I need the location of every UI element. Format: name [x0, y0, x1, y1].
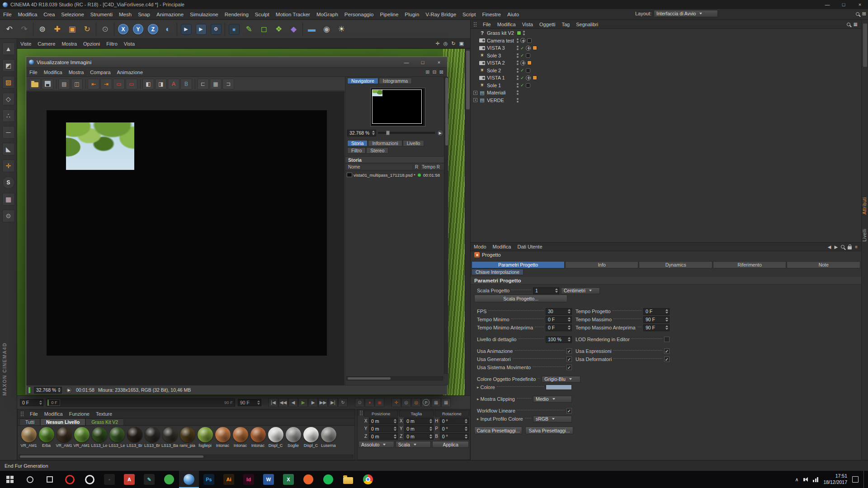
viewport-scrollbar[interactable] — [465, 49, 470, 395]
play-button[interactable]: ▶ — [298, 398, 308, 407]
left-tool-snap-button[interactable]: S — [2, 176, 15, 189]
menu-texture[interactable]: Texture — [93, 408, 115, 419]
taskbar-firefox-button[interactable] — [298, 471, 318, 488]
carica-presettaggi-button[interactable]: Carica Presettaggi... — [474, 427, 522, 434]
menu-snap[interactable]: Snap — [135, 9, 153, 20]
toolbar-add-camera-button[interactable]: ◉ — [319, 21, 334, 38]
toolbar-add-spline-button[interactable]: ✎ — [241, 21, 256, 38]
coords-field[interactable]: 0 ° — [440, 425, 469, 432]
toolbar-add-generator-button[interactable]: ◻ — [256, 21, 271, 38]
stepper-down-icon[interactable] — [429, 429, 432, 431]
attr-value-field[interactable]: 0 F — [643, 308, 670, 315]
compare-horizontal-icon[interactable]: ◨ — [158, 81, 163, 87]
stepper-down-icon[interactable] — [568, 320, 571, 322]
pv-layout-dual-button[interactable]: ◫ — [71, 79, 83, 89]
menu-aiuto[interactable]: Aiuto — [504, 9, 522, 20]
toolbar-add-deformer-button[interactable]: ◆ — [286, 21, 301, 38]
target-tag-icon[interactable] — [520, 38, 525, 43]
menu-mesh[interactable]: Mesh — [116, 9, 135, 20]
menu-strumenti[interactable]: Strumenti — [87, 9, 116, 20]
stepper-up-icon[interactable] — [429, 419, 432, 421]
taskbar-illustrator-button[interactable]: Ai — [219, 471, 239, 488]
pv-compare-set-b-button[interactable]: ⇥ — [100, 79, 112, 89]
stepper-down-icon[interactable] — [568, 312, 571, 314]
taskbar-indesign-button[interactable]: Id — [239, 471, 259, 488]
menu-oggetti[interactable]: Oggetti — [536, 19, 558, 30]
pv-anim-start-button[interactable]: ⊏ — [197, 79, 209, 89]
stepper-up-icon[interactable] — [665, 309, 668, 311]
left-tool-edge-mode-button[interactable]: ─ — [2, 126, 15, 139]
record-keyframe-button[interactable]: ● — [365, 398, 374, 407]
navigator-preview[interactable] — [370, 88, 425, 127]
frame-start-field[interactable]: 0 F — [20, 399, 43, 406]
stepper[interactable] — [428, 419, 432, 423]
label-a-icon[interactable]: A — [172, 81, 175, 87]
stepper-down-icon[interactable] — [465, 429, 467, 431]
attr-value-field[interactable]: 1 — [533, 287, 559, 294]
stepper[interactable] — [566, 337, 571, 342]
visibility-dots-icon[interactable] — [523, 31, 525, 35]
expand-arrow-icon[interactable]: ▸ — [477, 417, 479, 421]
tab-riferimento[interactable]: Riferimento — [713, 261, 787, 268]
stepper-up-icon[interactable] — [465, 427, 467, 428]
apply-button[interactable]: Applica — [432, 441, 469, 448]
taskbar-app-white-ring-button[interactable] — [80, 471, 99, 488]
stepper-down-icon[interactable] — [665, 328, 668, 330]
menu-sculpt[interactable]: Sculpt — [252, 9, 273, 20]
status-play-button[interactable]: ▶ — [66, 387, 72, 394]
stepper-up-icon[interactable] — [568, 325, 571, 327]
menu-script[interactable]: Script — [459, 9, 479, 20]
material-vr-am1-0[interactable]: VR_AM1 — [20, 427, 38, 448]
object-row-sole-2[interactable]: ☀Sole 2✓ — [471, 67, 861, 75]
tab-livello[interactable]: Livello — [403, 140, 425, 146]
attr-dropdown[interactable]: sRGB — [533, 416, 572, 422]
network-icon[interactable] — [813, 477, 818, 482]
material-displ-c-16[interactable]: Displ_C — [302, 427, 320, 448]
tab-navigatore[interactable]: Navigatore — [347, 78, 378, 84]
stepper-down-icon[interactable] — [665, 312, 668, 314]
close-button[interactable]: × — [431, 58, 447, 67]
maximize-button[interactable]: □ — [415, 58, 431, 67]
keyframe-grid-1-button[interactable]: ▦ — [431, 398, 441, 407]
record-position-button[interactable]: ✛ — [392, 398, 401, 407]
material-intonac-13[interactable]: Intonac — [249, 427, 267, 448]
action-center-icon[interactable] — [852, 476, 859, 483]
left-tool-make-editable-button[interactable]: ▲ — [2, 42, 15, 55]
attr-checkbox[interactable]: ✓ — [566, 348, 572, 354]
zoom-slider[interactable] — [378, 132, 435, 134]
visibility-dots-icon[interactable] — [517, 90, 519, 95]
visibility-dots-icon[interactable] — [517, 38, 519, 43]
menu-tag[interactable]: Tag — [558, 19, 573, 30]
attr-checkbox[interactable]: ✓ — [664, 357, 670, 362]
scrollbar-thumb[interactable] — [348, 377, 391, 380]
pv-close-panel-icon[interactable]: ⊠ — [439, 69, 443, 75]
current-frame-marker[interactable]: 0 F — [47, 399, 60, 406]
material-tab-tutti[interactable]: Tutti — [19, 418, 40, 425]
tab-informazioni[interactable]: Informazioni — [368, 140, 402, 146]
show-desktop-strip[interactable] — [863, 471, 866, 488]
object-row-materiali[interactable]: +▤Materiali — [471, 89, 861, 97]
coords-header[interactable]: Taglia — [399, 410, 433, 417]
toolbar-move-button[interactable]: ✚ — [50, 21, 65, 38]
slider-thumb[interactable] — [386, 131, 390, 135]
object-row-sole-1[interactable]: ☀Sole 1✓ — [471, 82, 861, 89]
tab-note[interactable]: Note — [787, 261, 860, 268]
stepper-down-icon[interactable] — [429, 437, 432, 439]
nav-back-icon[interactable]: ◀ — [828, 244, 831, 249]
menu-motion-tracker[interactable]: Motion Tracker — [273, 9, 313, 20]
stepper-down-icon[interactable] — [555, 291, 558, 293]
pv-open-button[interactable] — [29, 79, 41, 89]
stepper-up-icon[interactable] — [394, 427, 396, 428]
menu-mostra[interactable]: Mostra — [66, 67, 87, 78]
attr-value-field[interactable]: 0 F — [546, 316, 572, 323]
menu-mostra[interactable]: Mostra — [58, 38, 80, 49]
visibility-dots-icon[interactable] — [517, 46, 519, 50]
stepper[interactable] — [428, 434, 432, 439]
taskbar-app-green-button[interactable] — [159, 471, 179, 488]
protection-tag-icon[interactable] — [527, 61, 532, 65]
menu-modifica[interactable]: Modifica — [41, 408, 66, 419]
object-row-camera-test[interactable]: Camera test — [471, 37, 861, 45]
target-tag-icon[interactable] — [520, 61, 525, 66]
toolbar-scale-button[interactable]: ▣ — [65, 21, 80, 38]
stepper-up-icon[interactable] — [429, 427, 432, 428]
